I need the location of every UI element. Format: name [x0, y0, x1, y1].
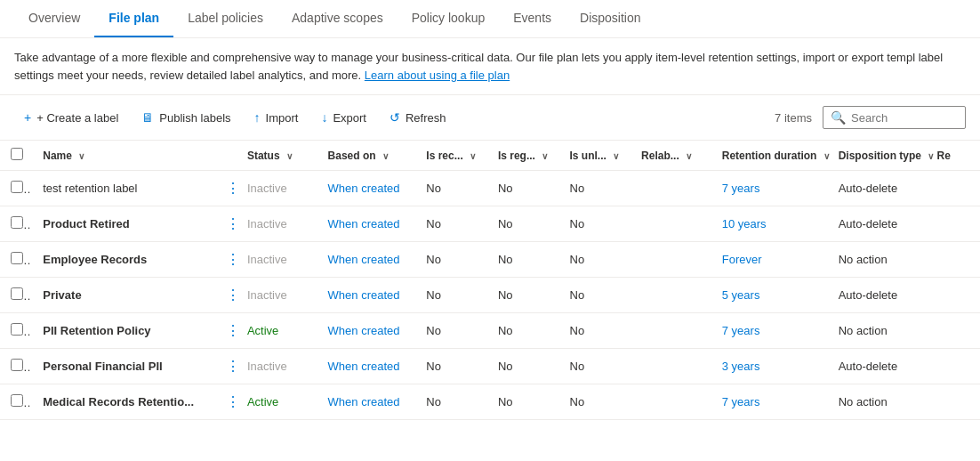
row-dots-3[interactable]: ⋮: [212, 242, 237, 278]
row-dots-2[interactable]: ⋮: [212, 206, 237, 242]
row-basedon-6[interactable]: When created: [317, 349, 416, 384]
isreg-sort-icon: ∨: [542, 151, 548, 161]
row-check-7[interactable]: [0, 384, 32, 420]
row-checkbox-2[interactable]: [11, 216, 23, 229]
row-retention-1: 7 years: [711, 171, 828, 206]
row-isunl-7: No: [559, 384, 631, 420]
row-status-3: Inactive: [237, 242, 317, 278]
row-check-4[interactable]: [0, 278, 32, 313]
row-context-menu-button-7[interactable]: ⋮: [222, 393, 237, 410]
row-relab-3: [631, 242, 711, 278]
row-name-6[interactable]: Personal Financial PII: [32, 349, 211, 384]
nav-tabs: OverviewFile planLabel policiesAdaptive …: [0, 0, 980, 38]
refresh-icon: ↺: [390, 110, 400, 125]
nav-tab-overview[interactable]: Overview: [14, 0, 94, 37]
table-row: Product Retired ⋮ Inactive When created …: [0, 206, 980, 242]
row-dots-7[interactable]: ⋮: [212, 384, 237, 420]
header-relab[interactable]: Relab... ∨: [631, 141, 711, 171]
nav-tab-adaptive-scopes[interactable]: Adaptive scopes: [277, 0, 398, 37]
header-status[interactable]: Status ∨: [237, 141, 317, 171]
row-check-6[interactable]: [0, 349, 32, 384]
row-isreg-1: No: [487, 171, 559, 206]
header-isunl[interactable]: Is unl... ∨: [559, 141, 631, 171]
row-re-6: [926, 349, 980, 384]
row-basedon-3[interactable]: When created: [317, 242, 416, 278]
refresh-button[interactable]: ↺ Refresh: [380, 104, 456, 131]
row-context-menu-button-4[interactable]: ⋮: [222, 287, 237, 303]
nav-tab-file-plan[interactable]: File plan: [94, 0, 173, 37]
nav-tab-label-policies[interactable]: Label policies: [173, 0, 277, 37]
row-checkbox-6[interactable]: [11, 359, 23, 371]
row-disp-2: Auto-delete: [828, 206, 927, 242]
row-disp-7: No action: [828, 384, 927, 420]
select-all-checkbox[interactable]: [11, 148, 23, 160]
row-checkbox-5[interactable]: [11, 323, 23, 336]
items-count: 7 items: [775, 111, 812, 125]
row-status-1: Inactive: [237, 171, 317, 206]
row-checkbox-1[interactable]: [11, 181, 23, 193]
row-dots-1[interactable]: ⋮: [212, 171, 237, 206]
row-disp-1: Auto-delete: [828, 171, 927, 206]
header-re[interactable]: Re: [926, 141, 980, 171]
row-isrec-1: No: [415, 171, 487, 206]
row-check-1[interactable]: [0, 171, 32, 206]
row-basedon-2[interactable]: When created: [317, 206, 416, 242]
row-basedon-7[interactable]: When created: [317, 384, 416, 420]
header-name[interactable]: Name ∨: [32, 141, 211, 171]
row-dots-4[interactable]: ⋮: [212, 278, 237, 313]
table-row: Personal Financial PII ⋮ Inactive When c…: [0, 349, 980, 384]
row-name-1[interactable]: test retention label: [32, 171, 211, 206]
row-context-menu-button-5[interactable]: ⋮: [222, 322, 237, 339]
row-name-7[interactable]: Medical Records Retentio...: [32, 384, 211, 420]
search-input[interactable]: [851, 111, 958, 125]
create-label-button[interactable]: + + Create a label: [14, 104, 128, 131]
row-context-menu-button-1[interactable]: ⋮: [222, 180, 237, 197]
row-re-5: [926, 313, 980, 349]
row-name-3[interactable]: Employee Records: [32, 242, 211, 278]
row-re-4: [926, 278, 980, 313]
row-dots-6[interactable]: ⋮: [212, 349, 237, 384]
status-sort-icon: ∨: [286, 151, 293, 161]
row-name-4[interactable]: Private: [32, 278, 211, 313]
learn-more-link[interactable]: Learn about using a file plan: [365, 69, 510, 82]
row-checkbox-7[interactable]: [11, 394, 23, 407]
row-isunl-5: No: [559, 313, 631, 349]
import-button[interactable]: ↑ Import: [245, 104, 309, 131]
header-disp[interactable]: Disposition type ∨: [828, 141, 927, 171]
row-checkbox-4[interactable]: [11, 287, 23, 300]
row-check-5[interactable]: [0, 313, 32, 349]
export-button[interactable]: ↓ Export: [311, 104, 376, 131]
row-dots-5[interactable]: ⋮: [212, 313, 237, 349]
row-basedon-4[interactable]: When created: [317, 278, 416, 313]
row-checkbox-3[interactable]: [11, 252, 23, 264]
row-retention-3: Forever: [711, 242, 828, 278]
header-isreg[interactable]: Is reg... ∨: [487, 141, 559, 171]
import-icon: ↑: [254, 110, 261, 125]
row-relab-5: [631, 313, 711, 349]
row-basedon-1[interactable]: When created: [317, 171, 416, 206]
row-check-2[interactable]: [0, 206, 32, 242]
row-name-5[interactable]: PII Retention Policy: [32, 313, 211, 349]
table-row: test retention label ⋮ Inactive When cre…: [0, 171, 980, 206]
publish-labels-button[interactable]: 🖥 Publish labels: [132, 104, 240, 131]
nav-tab-disposition[interactable]: Disposition: [566, 0, 655, 37]
header-retention[interactable]: Retention duration ∨: [711, 141, 828, 171]
description-area: Take advantage of a more flexible and co…: [0, 38, 980, 95]
header-isrec[interactable]: Is rec... ∨: [415, 141, 487, 171]
retention-sort-icon: ∨: [823, 151, 830, 161]
row-context-menu-button-2[interactable]: ⋮: [222, 215, 237, 232]
row-basedon-5[interactable]: When created: [317, 313, 416, 349]
nav-tab-events[interactable]: Events: [499, 0, 566, 37]
header-basedon[interactable]: Based on ∨: [317, 141, 416, 171]
row-context-menu-button-6[interactable]: ⋮: [222, 358, 237, 375]
nav-tab-policy-lookup[interactable]: Policy lookup: [398, 0, 500, 37]
table-row: PII Retention Policy ⋮ Active When creat…: [0, 313, 980, 349]
row-isreg-4: No: [487, 278, 559, 313]
row-name-2[interactable]: Product Retired: [32, 206, 211, 242]
row-retention-6: 3 years: [711, 349, 828, 384]
table-row: Private ⋮ Inactive When created No No No…: [0, 278, 980, 313]
row-check-3[interactable]: [0, 242, 32, 278]
header-check[interactable]: [0, 141, 32, 171]
isrec-sort-icon: ∨: [470, 151, 476, 161]
row-context-menu-button-3[interactable]: ⋮: [222, 251, 237, 268]
